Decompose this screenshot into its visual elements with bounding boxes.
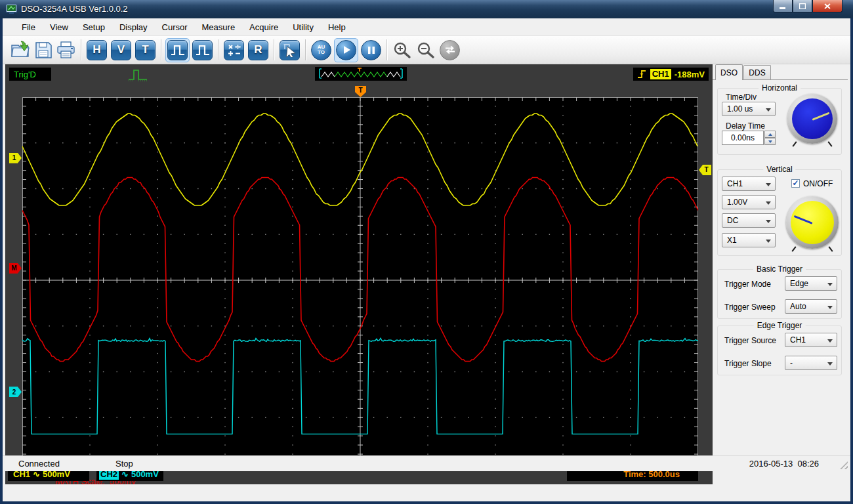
print-button[interactable] — [56, 41, 75, 59]
pause-icon — [367, 46, 375, 54]
horizontal-group-title: Horizontal — [759, 83, 801, 93]
zoom-out-button[interactable] — [416, 41, 436, 59]
coupling-select[interactable]: DC — [722, 213, 776, 228]
save-icon — [35, 41, 52, 59]
vertical-channel-value: CH1 — [727, 179, 743, 188]
open-icon — [10, 41, 31, 59]
resize-grip[interactable] — [840, 461, 848, 469]
auto-label-line2: TO — [318, 50, 325, 55]
delay-time-input[interactable]: 0.00ns — [722, 131, 764, 145]
spin-up-button[interactable] — [764, 131, 776, 138]
pulse-width-trigger-button[interactable] — [192, 40, 213, 60]
trigger-sweep-label: Trigger Sweep — [724, 303, 776, 312]
menu-view[interactable]: View — [43, 20, 75, 35]
trigger-slope-value: - — [790, 358, 793, 368]
vertical-group-title: Vertical — [763, 165, 795, 174]
delay-time-label: Delay Time — [726, 121, 765, 131]
reference-button[interactable]: R — [248, 40, 268, 60]
connection-status: Connected — [18, 459, 60, 469]
menu-help[interactable]: Help — [321, 20, 353, 35]
waveform-plot — [22, 97, 698, 463]
status-bar: Connected Stop 2016-05-13 08:26 — [3, 455, 850, 471]
tab-dds[interactable]: DDS — [743, 65, 771, 79]
pulse-icon — [171, 43, 185, 56]
menu-setup[interactable]: Setup — [75, 20, 112, 35]
channel-m-position-marker[interactable]: M — [9, 263, 22, 274]
pause-button[interactable] — [361, 40, 381, 60]
volts-div-select[interactable]: 1.00V — [722, 195, 776, 209]
datetime-readout: 2016-05-13 08:26 — [749, 459, 819, 469]
client-area: File View Setup Display Cursor Measure A… — [3, 18, 850, 501]
trigger-source-label: Trigger Source — [724, 336, 776, 345]
run-button[interactable] — [336, 40, 356, 60]
print-icon — [56, 41, 75, 59]
trigger-readout: CH1 -188mV — [633, 68, 709, 81]
trigger-setup-button[interactable]: T — [135, 40, 156, 60]
edge-trigger-group: Edge Trigger Trigger Source CH1 Trigger … — [717, 326, 842, 375]
channel-2-position-marker[interactable]: 2 — [9, 387, 22, 397]
trigger-slope-select[interactable]: - — [785, 356, 837, 370]
trigger-level-marker[interactable]: T — [699, 165, 711, 175]
measure-pointer-button[interactable] — [280, 40, 300, 60]
graticule-area[interactable]: MATH Scale: 500mV — [22, 97, 698, 463]
menu-utility[interactable]: Utility — [285, 20, 321, 35]
vertical-channel-select[interactable]: CH1 — [722, 177, 776, 191]
probe-value: X1 — [727, 236, 737, 245]
coupling-value: DC — [727, 216, 738, 225]
auto-setup-button[interactable]: AU TO — [311, 40, 331, 60]
volts-div-value: 1.00V — [727, 198, 747, 207]
pulse-trigger-button[interactable] — [167, 40, 188, 60]
preview-trigger-position-icon — [358, 68, 362, 72]
save-button[interactable] — [35, 41, 52, 59]
zoom-in-button[interactable] — [392, 41, 412, 59]
trigger-source-value: CH1 — [790, 335, 806, 345]
spin-down-button[interactable] — [764, 138, 776, 145]
zoom-in-icon — [392, 41, 412, 59]
delay-time-spinner — [764, 131, 776, 145]
sync-button[interactable] — [440, 40, 460, 60]
trigger-sweep-select[interactable]: Auto — [785, 299, 837, 314]
delay-time-value: 0.00ns — [731, 133, 755, 142]
trigger-type-pulse-icon — [127, 67, 148, 82]
app-window: DSO-3254A USB Ver1.0.0.2 File View Setup… — [0, 0, 853, 504]
menu-cursor[interactable]: Cursor — [155, 20, 195, 35]
menu-display[interactable]: Display — [112, 20, 155, 35]
toolbar-separator — [274, 39, 274, 60]
trigger-position-marker[interactable]: T — [355, 86, 366, 97]
toolbar-separator — [386, 39, 387, 60]
title-bar: DSO-3254A USB Ver1.0.0.2 — [0, 0, 853, 18]
probe-select[interactable]: X1 — [722, 233, 776, 247]
time-div-select[interactable]: 1.00 us — [722, 102, 776, 116]
vertical-knob[interactable] — [786, 196, 839, 249]
toolbar-separator — [218, 39, 218, 60]
acquisition-status: Stop — [115, 459, 133, 469]
trigger-level-readout: -188mV — [675, 70, 705, 79]
vertical-setup-button[interactable]: V — [111, 40, 131, 60]
menu-acquire[interactable]: Acquire — [242, 20, 285, 35]
trigger-mode-select[interactable]: Edge — [785, 276, 837, 291]
horizontal-knob[interactable] — [787, 94, 837, 144]
run-selected-frame — [334, 38, 358, 62]
basic-trigger-title: Basic Trigger — [753, 264, 806, 274]
close-button[interactable] — [812, 0, 843, 12]
menu-measure[interactable]: Measure — [195, 20, 243, 35]
math-operations-icon — [227, 43, 241, 57]
trigger-source-select[interactable]: CH1 — [785, 333, 837, 347]
maximize-button[interactable] — [793, 0, 812, 12]
open-button[interactable] — [10, 41, 31, 59]
tab-dso[interactable]: DSO — [715, 64, 743, 80]
horizontal-setup-button[interactable]: H — [87, 40, 107, 60]
horizontal-group: Horizontal Time/Div 1.00 us Delay Time 0… — [717, 88, 842, 155]
math-button[interactable] — [224, 40, 244, 60]
menu-file[interactable]: File — [14, 20, 43, 35]
minimize-button[interactable] — [773, 0, 793, 12]
acquisition-preview-strip[interactable] — [315, 67, 407, 81]
channel-onoff-checkbox[interactable]: ✓ — [791, 179, 800, 188]
rising-edge-icon — [637, 69, 647, 80]
channel-1-position-marker[interactable]: 1 — [9, 153, 22, 163]
pulse-width-icon — [196, 43, 210, 56]
app-icon — [6, 4, 17, 14]
time-div-value: 1.00 us — [727, 104, 753, 114]
trigger-status-readout: Trig'D — [9, 68, 51, 81]
trigger-mode-label: Trigger Mode — [724, 280, 771, 289]
